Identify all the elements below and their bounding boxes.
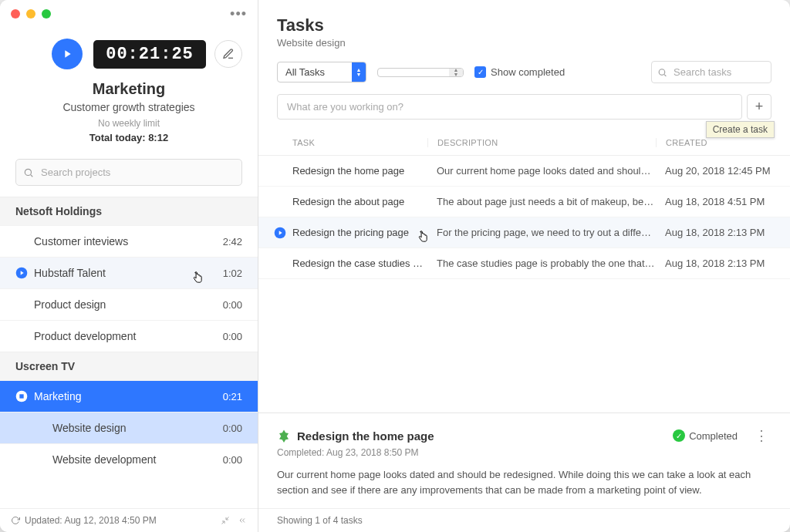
project-item[interactable]: Product development 0:00 xyxy=(0,320,258,352)
desc-cell: For the pricing page, we need to try out… xyxy=(427,227,656,238)
col-created-header: Created xyxy=(656,138,771,147)
close-window-button[interactable] xyxy=(11,9,20,19)
project-description: Customer growth strategies xyxy=(15,101,242,113)
col-desc-header: Description xyxy=(427,138,656,147)
project-item-label: Hubstaff Talent xyxy=(34,267,106,279)
task-cell: Redesign the about page xyxy=(277,196,427,207)
sidebar-footer: Updated: Aug 12, 2018 4:50 PM xyxy=(0,508,258,532)
table-row[interactable]: Redesign the case studies pa… The case s… xyxy=(258,248,790,279)
edit-button[interactable] xyxy=(214,40,242,68)
svg-rect-4 xyxy=(19,394,23,398)
project-item-time: 0:00 xyxy=(223,423,242,434)
task-cell: Redesign the home page xyxy=(277,165,427,177)
chevron-updown-icon: ▲▼ xyxy=(449,69,463,76)
table-row[interactable]: Redesign the pricing page For the pricin… xyxy=(258,217,790,248)
search-projects xyxy=(15,159,242,186)
project-subitem[interactable]: Website design 0:00 xyxy=(0,412,258,443)
add-task-button[interactable]: + xyxy=(747,94,771,120)
task-filter-value: All Tasks xyxy=(285,66,325,78)
task-filter-select[interactable]: All Tasks ▲▼ xyxy=(277,62,366,82)
table-row[interactable]: Redesign the home page Our current home … xyxy=(258,156,790,187)
project-item-label: Website design xyxy=(52,422,126,434)
project-item-label: Marketing xyxy=(34,390,81,402)
project-item-label: Product development xyxy=(34,330,136,342)
secondary-filter-select[interactable]: ▲▼ xyxy=(377,68,464,77)
tasks-table: Task Description Created Redesign the ho… xyxy=(258,130,790,412)
window-controls xyxy=(11,9,51,19)
stop-icon xyxy=(15,390,28,402)
created-cell: Aug 18, 2018 2:13 PM xyxy=(656,258,771,269)
showing-text: Showing 1 of 4 tasks xyxy=(277,515,363,526)
detail-completed-date: Completed: Aug 23, 2018 8:50 PM xyxy=(277,447,771,458)
show-completed-label: Show completed xyxy=(491,66,565,78)
cursor-icon xyxy=(417,231,429,244)
project-item[interactable]: Hubstaff Talent 1:02 xyxy=(0,257,258,288)
project-item-active[interactable]: Marketing 0:21 xyxy=(0,380,258,412)
project-item-label: Website development xyxy=(52,453,156,466)
more-icon[interactable]: ⋮ xyxy=(751,427,771,444)
refresh-icon[interactable] xyxy=(11,516,20,525)
project-item[interactable]: Product design 0:00 xyxy=(0,288,258,320)
weekly-limit: No weekly limit xyxy=(15,118,242,129)
project-item-time: 0:00 xyxy=(223,331,242,342)
titlebar: ••• xyxy=(0,0,258,28)
desc-cell: The case studies page is probably the on… xyxy=(427,258,656,269)
minimize-window-button[interactable] xyxy=(26,9,35,19)
status-badge: ✓ Completed xyxy=(673,429,738,442)
new-task-row: + Create a task xyxy=(258,91,790,130)
main-panel: Tasks Website design All Tasks ▲▼ ▲▼ ✓ S… xyxy=(258,0,790,532)
maximize-window-button[interactable] xyxy=(42,9,51,19)
timer-display: 00:21:25 xyxy=(93,40,206,69)
col-task-header: Task xyxy=(277,138,427,147)
search-icon xyxy=(657,67,667,77)
total-today: Total today: 8:12 xyxy=(15,132,242,143)
task-detail-panel: Redesign the home page ✓ Completed ⋮ Com… xyxy=(258,412,790,508)
detail-description: Our current home page looks dated and sh… xyxy=(277,467,771,497)
page-title: Tasks xyxy=(277,15,771,35)
detail-header: Redesign the home page ✓ Completed ⋮ xyxy=(277,427,771,444)
collapse-icon[interactable] xyxy=(238,516,247,525)
project-item-time: 2:42 xyxy=(223,236,242,247)
project-item-time: 0:00 xyxy=(223,454,242,466)
cursor-icon xyxy=(191,271,204,285)
main-footer: Showing 1 of 4 tasks xyxy=(258,508,790,532)
play-icon xyxy=(61,48,73,60)
group-header: Uscreen TV xyxy=(0,352,258,380)
created-cell: Aug 18, 2018 2:13 PM xyxy=(656,227,771,238)
status-text: Completed xyxy=(689,430,738,442)
project-item-time: 1:02 xyxy=(223,268,242,279)
table-row[interactable]: Redesign the about page The about page j… xyxy=(258,187,790,217)
timer-row: 00:21:25 xyxy=(0,28,258,77)
svg-line-6 xyxy=(664,74,666,76)
project-item[interactable]: Customer inteviews 2:42 xyxy=(0,225,258,257)
project-subitem[interactable]: Website development 0:00 xyxy=(0,443,258,475)
shrink-icon[interactable] xyxy=(221,516,230,525)
project-header: Marketing Customer growth strategies No … xyxy=(0,77,258,154)
check-icon: ✓ xyxy=(673,429,685,442)
svg-point-0 xyxy=(25,169,31,175)
project-item-label: Customer inteviews xyxy=(34,235,128,247)
project-item-time: 0:21 xyxy=(223,391,242,402)
desc-cell: The about page just needs a bit of makeu… xyxy=(427,196,656,207)
task-cell: Redesign the case studies pa… xyxy=(277,258,427,269)
play-button[interactable] xyxy=(52,39,83,69)
project-item-time: 0:00 xyxy=(223,299,242,311)
svg-point-5 xyxy=(659,69,665,75)
group-header: Netsoft Holdings xyxy=(0,197,258,225)
main-header: Tasks Website design xyxy=(258,0,790,56)
detail-title: Redesign the home page xyxy=(297,429,434,443)
create-task-tooltip: Create a task xyxy=(706,121,775,138)
project-name: Marketing xyxy=(15,80,242,98)
new-task-input[interactable] xyxy=(277,94,742,120)
search-tasks xyxy=(651,61,771,83)
created-cell: Aug 20, 2018 12:45 PM xyxy=(656,165,771,177)
show-completed-toggle[interactable]: ✓ Show completed xyxy=(474,66,565,78)
created-cell: Aug 18, 2018 4:51 PM xyxy=(656,196,771,207)
page-subtitle: Website design xyxy=(277,37,771,49)
search-projects-input[interactable] xyxy=(15,159,242,186)
search-tasks-input[interactable] xyxy=(651,61,771,83)
more-menu-icon[interactable]: ••• xyxy=(230,6,247,22)
task-cell: Redesign the pricing page xyxy=(277,227,427,238)
checkbox-checked-icon: ✓ xyxy=(474,66,486,78)
app-window: ••• 00:21:25 Marketing Customer growth s… xyxy=(0,0,790,532)
